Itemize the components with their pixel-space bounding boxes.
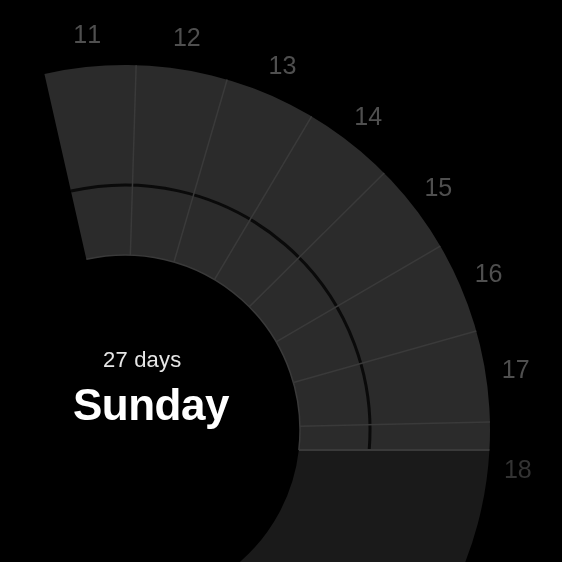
countdown-subtitle: 27 days bbox=[103, 347, 181, 373]
hour-label: 12 bbox=[173, 23, 201, 51]
day-title: Sunday bbox=[73, 380, 229, 430]
dial-annulus-reflection bbox=[237, 450, 489, 562]
hour-label: 13 bbox=[269, 51, 297, 79]
dial-svg: 1112131415161718 bbox=[0, 0, 562, 562]
hour-label: 15 bbox=[424, 173, 452, 201]
hour-label: 17 bbox=[502, 355, 530, 383]
hour-label: 14 bbox=[354, 102, 382, 130]
hour-label: 18 bbox=[504, 455, 532, 483]
radial-hour-dial: 1112131415161718 27 days Sunday bbox=[0, 0, 562, 562]
hour-label: 16 bbox=[475, 259, 503, 287]
hour-label: 11 bbox=[73, 20, 101, 48]
